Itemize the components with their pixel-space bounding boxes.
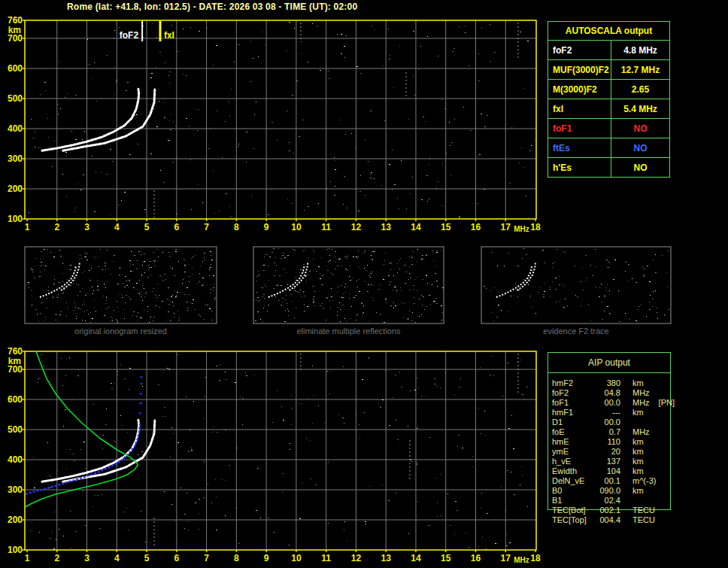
thumbnail-noise-dot [575,295,576,296]
plot-noise-dot [410,390,411,391]
plot-noise-dot [399,372,400,372]
plot-noise-dot [438,56,438,56]
x-tick-label: 9 [264,222,269,232]
plot-noise-dot [413,75,414,76]
y-tick-label: 100 [8,214,23,224]
thumbnail-noise-dot [384,260,385,261]
plot-noise-dot [344,46,345,47]
thumbnail-noise-dot [273,294,274,295]
thumbnail-noise-dot [189,276,190,277]
thumbnail-noise-dot [583,290,584,290]
thumbnail-noise-dot [441,305,442,306]
thumbnail-noise-dot [78,308,79,308]
thumbnail-noise-dot [599,287,600,288]
plot-noise-dot [150,77,152,78]
thumbnail-noise-dot [419,299,420,299]
thumbnail-noise-dot [104,283,105,284]
thumbnail-noise-dot [528,284,529,285]
thumbnail-noise-dot [344,257,346,257]
thumbnail-caption-eliminate: eliminate multiple reflections [253,327,444,336]
plot-noise-dot [114,38,114,38]
thumbnail-noise-dot [329,255,330,256]
plot-noise-dot [423,117,424,117]
thumbnail-noise-dot [213,275,214,276]
thumbnail-noise-dot [397,272,398,273]
plot-noise-dot [48,137,49,138]
thumbnail-noise-dot [523,248,524,249]
thumbnail-noise-dot [32,296,32,296]
thumbnail-noise-dot [301,296,302,297]
thumbnail-noise-dot [162,280,164,281]
thumbnail-noise-dot [144,261,145,262]
plot-noise-dot [40,94,41,95]
aip-row-label: hmF2 [552,378,595,388]
thumbnail-noise-dot [430,304,431,305]
thumbnail-noise-dot [436,281,438,281]
plot-noise-dot [41,354,42,355]
thumbnail-noise-dot [359,291,360,292]
thumbnail-noise-dot [35,309,37,310]
plot-noise-dot [308,206,309,207]
plot-noise-dot [187,521,188,522]
thumbnail-noise-dot [408,279,409,280]
plot-noise-dot [382,484,383,485]
thumbnail-noise-dot [39,276,41,277]
thumbnail-noise-dot [655,254,656,255]
plot-noise-dot [124,192,126,193]
plot-noise-dot [532,68,533,69]
plot-noise-dot [160,170,161,171]
thumbnail-noise-dot [389,284,390,285]
thumbnail-noise-dot [353,278,353,278]
thumbnail-noise-dot [409,266,410,267]
thumbnail-noise-dot [150,275,151,275]
thumbnail-noise-dot [433,260,434,261]
plot-noise-dot [175,126,176,126]
thumbnail-noise-dot [308,275,308,275]
thumbnail-noise-dot [283,302,284,302]
thumbnail-noise-dot [108,269,108,269]
thumbnail-noise-dot [156,305,156,306]
plot-noise-dot [168,140,168,141]
plot-noise-dot [290,449,290,450]
thumbnail-noise-dot [84,271,85,272]
thumbnail-noise-dot [371,284,372,285]
thumbnail-noise-dot [264,284,265,285]
aip-row-flag: [PN] [659,398,675,408]
plot-noise-dot [291,424,292,425]
aip-row-unit: m^(-3) [632,476,656,486]
thumbnail-noise-dot [295,290,296,291]
plot-noise-dot [310,440,311,441]
thumbnail-noise-dot [356,314,358,315]
aip-row-value: 380 [595,378,620,388]
plot-noise-dot [180,488,181,488]
plot-noise-dot [198,109,199,110]
thumbnail-noise-dot [172,302,173,302]
plot-noise-dot [83,175,84,175]
plot-noise-dot [126,90,127,91]
thumbnail-noise-dot [305,276,306,277]
thumbnail-noise-dot [326,298,327,299]
aip-row-label: foF2 [552,388,595,398]
thumbnail-noise-dot [300,290,301,290]
plot-noise-dot [365,521,366,522]
thumbnail-noise-dot [303,272,304,272]
thumbnail-noise-dot [390,263,391,264]
thumbnail-noise-dot [126,285,128,286]
thumbnail-noise-dot [390,269,391,270]
autoscala-row-label: MUF(3000)F2 [548,60,611,79]
thumbnail-noise-dot [133,287,135,288]
thumbnail-noise-dot [204,257,205,258]
plot-noise-dot [494,52,496,53]
plot-noise-dot [535,139,535,140]
thumbnail-noise-dot [279,275,281,276]
x-tick-label: 17 [501,222,511,232]
thumbnail-noise-dot [353,257,354,257]
thumbnail-noise-dot [70,285,71,286]
thumbnail-noise-dot [215,297,216,298]
plot-noise-dot [330,181,331,182]
thumbnail-noise-dot [73,283,74,284]
thumbnail-noise-dot [613,279,614,280]
thumbnail-noise-dot [559,276,560,277]
plot-noise-dot [51,531,52,532]
plot-noise-dot [62,174,63,175]
